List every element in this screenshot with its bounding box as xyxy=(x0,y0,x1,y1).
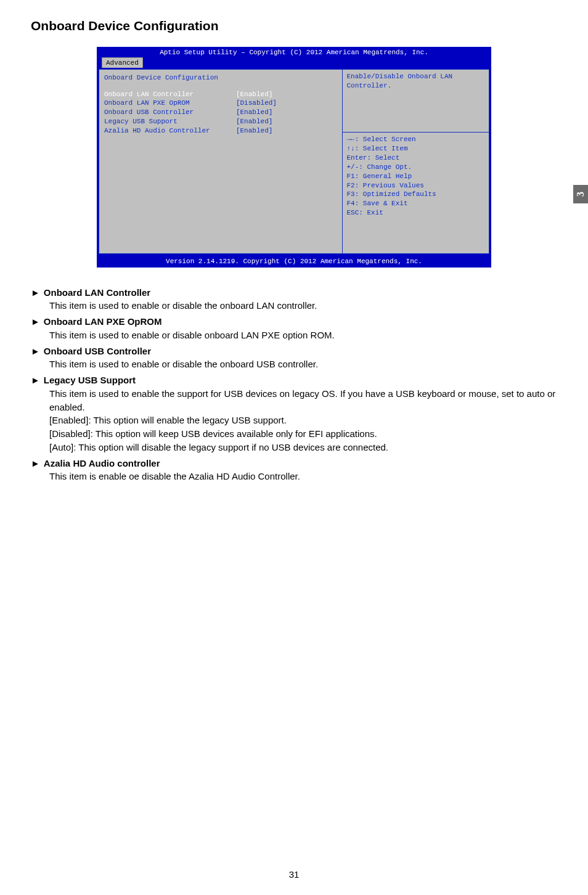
content-line: This item is used to enable or disable t… xyxy=(31,299,557,313)
bios-help-line: ESC: Exit xyxy=(346,208,485,218)
bios-help-pane: →←: Select Screen↑↓: Select ItemEnter: S… xyxy=(343,133,489,253)
bios-row-value: [Enabled] xyxy=(236,90,338,99)
bios-row-value: [Disabled] xyxy=(236,99,338,108)
content-heading: Onboard LAN Controller xyxy=(44,286,150,300)
content-body: ►Onboard LAN ControllerThis item is used… xyxy=(31,286,557,484)
bios-row-label: Azalia HD Audio Controller xyxy=(104,126,236,136)
content-heading: Legacy USB Support xyxy=(44,374,136,387)
content-line: [Disabled]: This option will keep USB de… xyxy=(31,427,557,441)
bios-row[interactable]: Onboard LAN Controller[Enabled] xyxy=(104,90,337,99)
bios-row-label: Onboard USB Controller xyxy=(104,108,236,117)
triangle-icon: ► xyxy=(31,286,40,300)
page-title: Onboard Device Configuration xyxy=(31,18,557,33)
bios-header: Aptio Setup Utility – Copyright (C) 2012… xyxy=(97,47,491,57)
bios-row-label: Legacy USB Support xyxy=(104,117,236,126)
side-tab: 3 xyxy=(573,185,588,203)
bios-description-pane: Enable/Disable Onboard LAN Controller. xyxy=(343,70,489,133)
bios-section-title: Onboard Device Configuration xyxy=(104,73,337,83)
triangle-icon: ► xyxy=(31,345,40,358)
page-number: 31 xyxy=(0,869,588,880)
bios-tab-advanced[interactable]: Advanced xyxy=(102,57,143,68)
content-heading-row: ►Onboard LAN PXE OpROM xyxy=(31,315,557,329)
content-line: This item is used to enable or disable t… xyxy=(31,358,557,371)
bios-row[interactable]: Legacy USB Support[Enabled] xyxy=(104,117,337,126)
bios-row-value: [Enabled] xyxy=(236,126,338,136)
bios-row-label: Onboard LAN PXE OpROM xyxy=(104,99,236,108)
content-line: This item is used to enable or disable o… xyxy=(31,329,557,342)
bios-row-label: Onboard LAN Controller xyxy=(104,90,236,99)
content-heading: Azalia HD Audio controller xyxy=(44,457,160,470)
bios-row-value: [Enabled] xyxy=(236,117,338,126)
content-line: This item is enable oe disable the Azali… xyxy=(31,470,557,483)
content-heading-row: ►Legacy USB Support xyxy=(31,374,557,387)
bios-left-pane: Onboard Device Configuration Onboard LAN… xyxy=(99,69,342,254)
bios-row[interactable]: Onboard USB Controller[Enabled] xyxy=(104,108,337,117)
bios-description: Enable/Disable Onboard LAN Controller. xyxy=(346,72,485,91)
content-line: [Enabled]: This option will enable the l… xyxy=(31,414,557,427)
bios-help-line: Enter: Select xyxy=(346,153,485,163)
bios-window: Aptio Setup Utility – Copyright (C) 2012… xyxy=(97,47,491,268)
content-heading: Onboard LAN PXE OpROM xyxy=(44,315,162,329)
bios-help-line: F4: Save & Exit xyxy=(346,199,485,208)
content-heading-row: ►Onboard USB Controller xyxy=(31,345,557,358)
content-line: This item is used to enable the support … xyxy=(31,387,557,414)
bios-row-value: [Enabled] xyxy=(236,108,338,117)
bios-help-line: F2: Previous Values xyxy=(346,181,485,190)
bios-tabbar: Advanced xyxy=(97,57,491,69)
bios-row[interactable]: Onboard LAN PXE OpROM[Disabled] xyxy=(104,99,337,108)
bios-help-line: ↑↓: Select Item xyxy=(346,144,485,153)
triangle-icon: ► xyxy=(31,315,40,329)
bios-help-line: +/-: Change Opt. xyxy=(346,163,485,172)
content-heading: Onboard USB Controller xyxy=(44,345,151,358)
content-heading-row: ►Onboard LAN Controller xyxy=(31,286,557,300)
content-line: [Auto]: This option will disable the leg… xyxy=(31,441,557,454)
bios-help-line: F3: Optimized Defaults xyxy=(346,190,485,199)
bios-row[interactable]: Azalia HD Audio Controller[Enabled] xyxy=(104,126,337,136)
bios-footer: Version 2.14.1219. Copyright (C) 2012 Am… xyxy=(97,256,491,268)
bios-help-line: F1: General Help xyxy=(346,172,485,181)
triangle-icon: ► xyxy=(31,457,40,470)
content-heading-row: ►Azalia HD Audio controller xyxy=(31,457,557,470)
triangle-icon: ► xyxy=(31,374,40,387)
bios-help-line: →←: Select Screen xyxy=(346,135,485,144)
